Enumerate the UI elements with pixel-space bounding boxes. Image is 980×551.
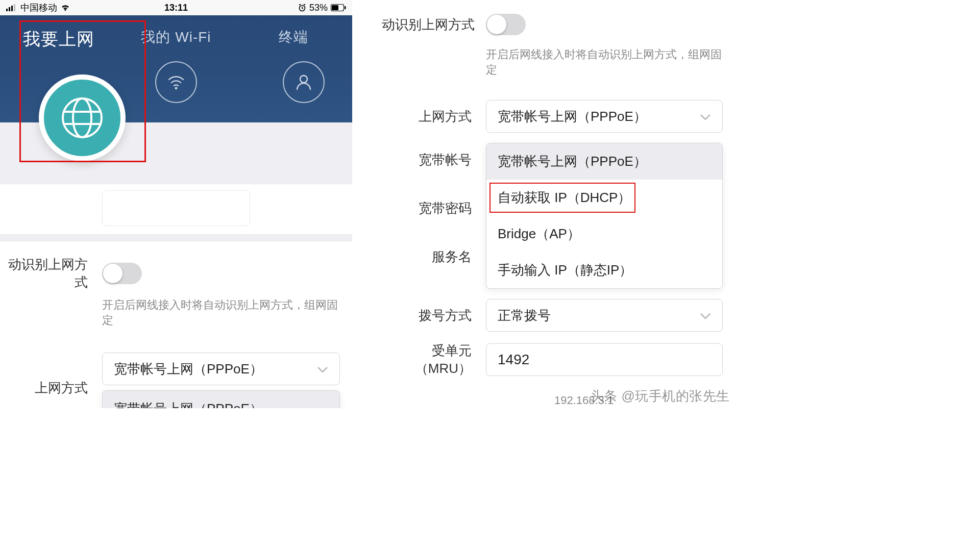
conn-mode-value: 宽带帐号上网（PPPoE） [114,360,263,378]
svg-point-8 [175,87,178,90]
svg-point-9 [300,76,307,83]
mru-label: 受单元（MRU） [382,342,486,378]
tab-label: 我要上网 [23,28,94,51]
tab-internet[interactable]: 我要上网 [0,15,117,51]
blank-card [0,184,352,235]
svg-rect-3 [14,4,15,11]
tab-label: 终端 [279,28,308,47]
svg-rect-1 [9,7,10,11]
account-label: 宽带帐号 [382,151,486,169]
user-circle-icon [283,61,325,103]
dropdown-option-static[interactable]: 手动输入 IP（静态IP） [486,252,722,288]
conn-mode-label: 上网方式 [0,379,102,397]
auto-detect-toggle[interactable] [486,14,526,35]
svg-rect-7 [345,6,346,9]
battery-icon [331,4,346,11]
dropdown-option-dhcp[interactable]: 自动获取 IP（DHCP） [486,180,722,216]
header-tabs: 我要上网 我的 Wi-Fi 终端 [0,15,352,122]
auto-detect-label: 动识别上网方式 [382,16,486,34]
svg-rect-0 [6,9,8,11]
auto-detect-hint: 开启后网线接入时将自动识别上网方式，组网固定 [102,297,340,328]
settings-panel: 动识别上网方式 开启后网线接入时将自动识别上网方式，组网固定 上网方式 宽带帐号… [0,241,352,408]
service-label: 服务名 [382,248,486,266]
conn-mode-dropdown-partial[interactable]: 宽带帐号上网（PPPoE） [102,390,340,408]
tab-wifi[interactable]: 我的 Wi-Fi [117,15,235,103]
right-screenshot: 动识别上网方式 开启后网线接入时将自动识别上网方式，组网固定 上网方式 宽带帐号… [363,0,735,408]
auto-detect-toggle[interactable] [102,263,142,284]
battery-pct-label: 53% [309,3,328,13]
wifi-icon [60,4,70,11]
clock-label: 13:11 [164,3,188,13]
globe-circle-icon[interactable] [39,74,126,161]
dial-mode-label: 拨号方式 [382,307,486,324]
conn-mode-select[interactable]: 宽带帐号上网（PPPoE） [486,100,723,133]
carrier-label: 中国移动 [20,2,57,14]
tab-label: 我的 Wi-Fi [141,28,211,47]
chevron-down-icon [700,109,711,124]
svg-point-11 [73,98,91,137]
chevron-down-icon [700,308,711,323]
wifi-circle-icon [155,61,197,103]
chevron-down-icon [317,361,328,377]
dial-mode-value: 正常拨号 [498,307,551,324]
mru-value: 1492 [498,352,529,368]
conn-mode-select[interactable]: 宽带帐号上网（PPPoE） [102,353,340,385]
dropdown-option-bridge[interactable]: Bridge（AP） [486,216,722,252]
tab-terminals[interactable]: 终端 [235,15,352,103]
auto-detect-hint: 开启后网线接入时将自动识别上网方式，组网固定 [486,47,723,78]
svg-rect-6 [332,5,338,10]
dropdown-option[interactable]: 宽带帐号上网（PPPoE） [103,391,339,408]
mru-input[interactable]: 1492 [486,343,723,376]
signal-icon [6,4,17,11]
watermark: 头条 @玩手机的张先生 [591,387,730,405]
status-bar: 中国移动 13:11 53% [0,0,352,15]
dropdown-option-pppoe[interactable]: 宽带帐号上网（PPPoE） [486,143,722,180]
conn-mode-value: 宽带帐号上网（PPPoE） [498,108,647,126]
svg-rect-2 [11,6,13,11]
password-label: 宽带密码 [382,199,486,217]
svg-point-10 [63,98,102,137]
left-screenshot: 中国移动 13:11 53% 我要上网 我的 Wi [0,0,363,408]
dial-mode-select[interactable]: 正常拨号 [486,299,723,332]
alarm-icon [298,4,306,12]
conn-mode-dropdown[interactable]: 宽带帐号上网（PPPoE） 自动获取 IP（DHCP） Bridge（AP） 手… [486,143,723,289]
conn-mode-label: 上网方式 [382,108,486,126]
auto-detect-label: 动识别上网方式 [0,256,102,291]
